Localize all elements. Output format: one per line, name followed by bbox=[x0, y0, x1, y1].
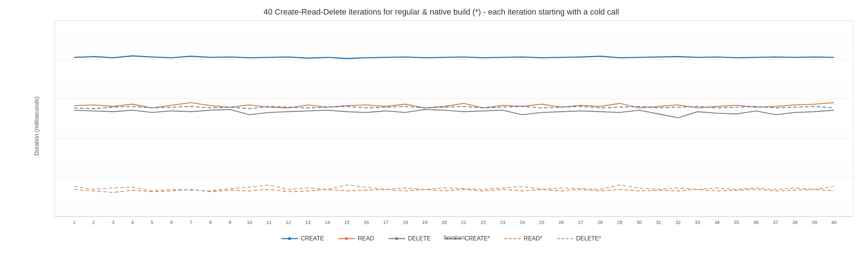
svg-text:29: 29 bbox=[617, 220, 622, 225]
svg-text:20: 20 bbox=[442, 220, 447, 225]
svg-text:8: 8 bbox=[209, 220, 212, 225]
svg-text:22: 22 bbox=[481, 220, 486, 225]
svg-text:21: 21 bbox=[461, 220, 466, 225]
svg-text:9: 9 bbox=[229, 220, 231, 225]
svg-text:7: 7 bbox=[190, 220, 192, 225]
svg-rect-0 bbox=[55, 20, 853, 217]
svg-text:39: 39 bbox=[812, 220, 817, 225]
chart-title: 40 Create-Read-Delete iterations for reg… bbox=[29, 7, 853, 17]
svg-text:16: 16 bbox=[364, 220, 369, 225]
chart-container: 40 Create-Read-Delete iterations for reg… bbox=[0, 0, 868, 263]
svg-text:12: 12 bbox=[286, 220, 291, 225]
svg-text:37: 37 bbox=[773, 220, 778, 225]
svg-text:33: 33 bbox=[695, 220, 700, 225]
svg-text:23: 23 bbox=[500, 220, 505, 225]
svg-text:38: 38 bbox=[792, 220, 797, 225]
svg-text:26: 26 bbox=[558, 220, 563, 225]
svg-text:32: 32 bbox=[675, 220, 680, 225]
svg-text:31: 31 bbox=[656, 220, 661, 225]
x-axis-label: Iteration bbox=[55, 235, 853, 241]
svg-text:11: 11 bbox=[266, 220, 271, 225]
svg-text:3: 3 bbox=[112, 220, 114, 225]
svg-text:28: 28 bbox=[597, 220, 602, 225]
svg-text:36: 36 bbox=[753, 220, 758, 225]
y-axis-label: Duration (milliseconds) bbox=[34, 97, 40, 156]
svg-text:35: 35 bbox=[734, 220, 739, 225]
svg-text:6: 6 bbox=[170, 220, 173, 225]
chart-svg: 100000 10000 1000 100 10 1 1 2 3 4 5 6 7… bbox=[55, 20, 853, 232]
svg-text:2: 2 bbox=[92, 220, 95, 225]
svg-text:34: 34 bbox=[714, 220, 719, 225]
svg-text:30: 30 bbox=[636, 220, 641, 225]
svg-text:27: 27 bbox=[578, 220, 583, 225]
svg-text:40: 40 bbox=[831, 220, 836, 225]
svg-text:5: 5 bbox=[151, 220, 153, 225]
svg-text:24: 24 bbox=[520, 220, 525, 225]
svg-text:1: 1 bbox=[73, 220, 75, 225]
svg-text:13: 13 bbox=[305, 220, 310, 225]
svg-text:15: 15 bbox=[344, 220, 349, 225]
svg-text:14: 14 bbox=[325, 220, 330, 225]
svg-text:18: 18 bbox=[403, 220, 408, 225]
svg-text:19: 19 bbox=[422, 220, 427, 225]
svg-text:4: 4 bbox=[131, 220, 134, 225]
svg-text:10: 10 bbox=[247, 220, 252, 225]
svg-text:25: 25 bbox=[539, 220, 544, 225]
svg-text:17: 17 bbox=[383, 220, 388, 225]
